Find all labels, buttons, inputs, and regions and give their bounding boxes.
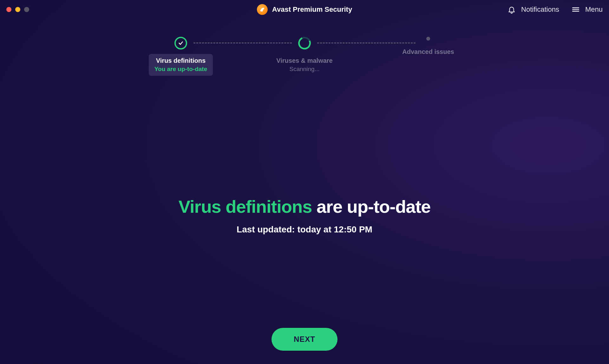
notifications-button[interactable]: Notifications <box>507 5 559 14</box>
minimize-window-button[interactable] <box>15 7 20 12</box>
step-complete-icon <box>174 37 187 49</box>
main-message: Virus definitions are up-to-date Last up… <box>0 196 609 235</box>
hamburger-icon <box>571 5 580 14</box>
titlebar-actions: Notifications Menu <box>507 5 603 14</box>
step-connector <box>193 42 292 43</box>
avast-logo-icon <box>257 4 268 15</box>
step-spinner-icon <box>296 35 312 51</box>
step-title: Viruses & malware <box>276 57 333 64</box>
headline-rest: are up-to-date <box>312 197 430 217</box>
headline: Virus definitions are up-to-date <box>0 196 609 217</box>
menu-button[interactable]: Menu <box>571 5 603 14</box>
app-title: Avast Premium Security <box>272 5 352 14</box>
step-label-box: Viruses & malware Scanning... <box>271 54 338 76</box>
step-title: Virus definitions <box>154 57 207 64</box>
step-label-box: Advanced issues <box>396 45 460 60</box>
step-pending-icon <box>426 37 430 41</box>
titlebar: Avast Premium Security Notifications Men… <box>0 0 609 19</box>
step-label-box: Virus definitions You are up-to-date <box>149 54 213 76</box>
last-updated-text: Last updated: today at 12:50 PM <box>0 224 609 235</box>
app-title-group: Avast Premium Security <box>257 4 352 15</box>
menu-label: Menu <box>585 5 603 14</box>
bell-icon <box>507 5 516 14</box>
step-status: You are up-to-date <box>154 66 207 73</box>
window-controls <box>6 7 29 12</box>
notifications-label: Notifications <box>521 5 559 14</box>
step-connector <box>317 42 416 43</box>
step-status: Scanning... <box>276 66 333 73</box>
next-button[interactable]: NEXT <box>272 328 337 351</box>
maximize-window-button[interactable] <box>24 7 29 12</box>
headline-highlight: Virus definitions <box>179 197 312 217</box>
step-advanced-issues: Advanced issues <box>387 37 469 60</box>
step-title: Advanced issues <box>402 48 454 55</box>
progress-stepper: Virus definitions You are up-to-date Vir… <box>0 37 609 76</box>
close-window-button[interactable] <box>6 7 11 12</box>
